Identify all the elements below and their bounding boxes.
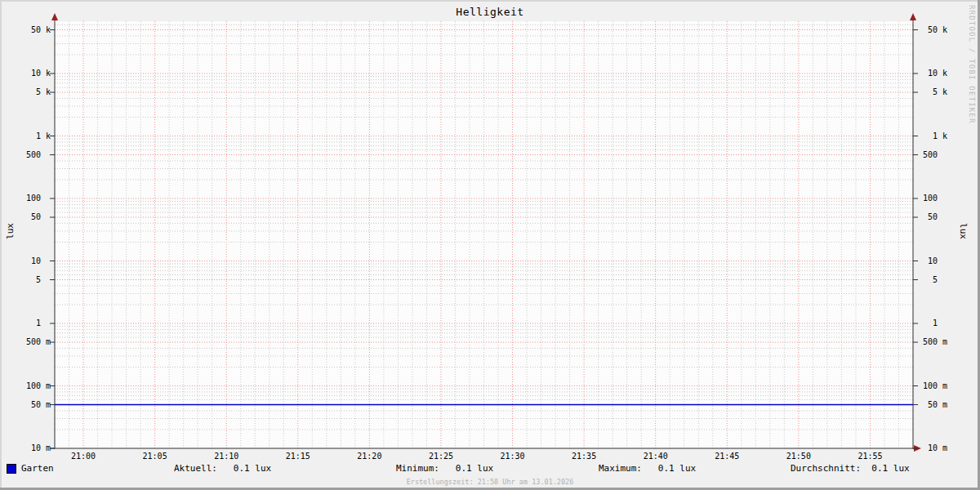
- x-tick-label: 21:15: [283, 452, 313, 461]
- series-label: Garten: [21, 463, 54, 474]
- y-tick-label-left: 1: [26, 318, 54, 328]
- rrdtool-watermark: RRDTOOL / TOBI OETIKER: [967, 5, 977, 124]
- stat-maximum: Maximum: 0.1 lux: [599, 463, 696, 474]
- y-tick-label-right: 500 m: [923, 337, 956, 347]
- x-tick-label: 21:00: [69, 452, 98, 461]
- y-tick-label-left: 100 m: [26, 381, 54, 391]
- bevel-left: [0, 0, 2, 490]
- y-tick-label-left: 5 k: [26, 87, 54, 97]
- y-tick-label-left: 10: [26, 256, 54, 266]
- y-tick-label-left: 500: [26, 150, 54, 160]
- y-tick-label-left: 1 k: [26, 131, 54, 141]
- legend: Garten Aktuell: 0.1 lux Minimum: 0.1 lux…: [0, 463, 980, 475]
- x-tick-label: 21:40: [641, 452, 670, 461]
- y-tick-label-right: 10: [923, 256, 956, 266]
- y-tick-label-left: 50: [26, 212, 54, 222]
- y-tick-label-right: 500: [923, 150, 956, 160]
- y-tick-label-left: 50 k: [26, 25, 54, 35]
- y-tick-label-right: 100 m: [923, 381, 956, 391]
- x-tick-label: 21:45: [712, 452, 742, 461]
- y-tick-label-right: 5: [923, 275, 956, 285]
- x-tick-label: 21:10: [212, 452, 241, 461]
- bevel-top: [0, 0, 980, 2]
- y-tick-label-left: 10 k: [26, 69, 54, 78]
- y-tick-label-right: 50 m: [923, 400, 956, 410]
- y-tick-label-right: 1: [923, 318, 956, 328]
- y-tick-label-right: 10 m: [923, 443, 956, 453]
- y-axis-label-left: lux: [1, 221, 20, 241]
- x-tick-label: 21:05: [140, 452, 170, 461]
- y-tick-label-right: 50 k: [923, 25, 956, 35]
- y-axis-label-right: lux: [953, 221, 973, 241]
- rrdtool-graph: 50 k 50 k 10 k 10 k 5 k 5 k 1 k 1 k500 5…: [0, 0, 980, 490]
- x-tick-label: 21:20: [354, 452, 384, 461]
- x-tick-label: 21:30: [498, 452, 528, 461]
- creation-timestamp: Erstellungszeit: 21:58 Uhr am 13.01.2026: [0, 477, 980, 487]
- y-tick-label-left: 500 m: [26, 337, 54, 347]
- y-tick-label-right: 5 k: [923, 87, 956, 97]
- x-tick-label: 21:25: [426, 452, 456, 461]
- y-tick-label-right: 10 k: [923, 69, 956, 78]
- y-tick-label-right: 1 k: [923, 131, 956, 141]
- y-tick-label-right: 50: [923, 212, 956, 222]
- y-tick-label-right: 100: [923, 194, 956, 203]
- y-tick-label-left: 50 m: [26, 400, 54, 410]
- chart-canvas: [0, 0, 980, 490]
- page-title: Helligkeit: [0, 7, 980, 17]
- y-tick-label-left: 100: [26, 194, 54, 203]
- y-tick-label-left: 10 m: [26, 443, 54, 453]
- x-tick-label: 21:55: [855, 452, 884, 461]
- x-tick-label: 21:35: [569, 452, 599, 461]
- series-color-swatch: [7, 464, 16, 474]
- y-tick-label-left: 5: [26, 275, 54, 285]
- stat-aktuell: Aktuell: 0.1 lux: [174, 463, 271, 474]
- stat-durchschnitt: Durchschnitt: 0.1 lux: [791, 463, 910, 474]
- stat-minimum: Minimum: 0.1 lux: [396, 463, 493, 474]
- x-tick-label: 21:50: [784, 452, 813, 461]
